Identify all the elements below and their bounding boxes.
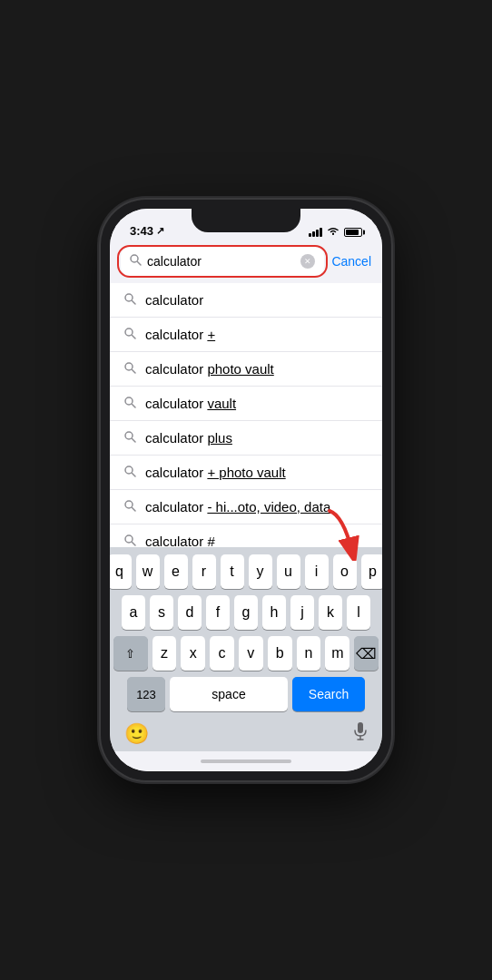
svg-line-18 bbox=[133, 542, 136, 545]
svg-line-2 bbox=[138, 262, 142, 266]
search-suggestion-icon bbox=[124, 431, 136, 446]
key-f[interactable]: f bbox=[206, 595, 230, 630]
svg-point-11 bbox=[125, 432, 133, 439]
key-x[interactable]: x bbox=[181, 636, 205, 671]
search-suggestion-icon bbox=[124, 293, 136, 308]
search-suggestion-icon bbox=[124, 397, 136, 411]
key-r[interactable]: r bbox=[192, 554, 216, 589]
key-s[interactable]: s bbox=[150, 595, 173, 630]
key-z[interactable]: z bbox=[153, 636, 177, 671]
home-indicator bbox=[110, 751, 382, 771]
svg-point-0 bbox=[332, 233, 334, 235]
keyboard-bottom-row: 🙂 bbox=[113, 718, 379, 748]
search-suggestion-icon bbox=[124, 362, 136, 377]
home-bar bbox=[201, 760, 291, 763]
key-k[interactable]: k bbox=[319, 595, 342, 630]
key-backspace[interactable]: ⌫ bbox=[354, 636, 379, 671]
signal-icon bbox=[309, 228, 322, 237]
list-item[interactable]: calculator - hi...oto, video, data bbox=[110, 490, 382, 524]
key-b[interactable]: b bbox=[268, 636, 292, 671]
key-u[interactable]: u bbox=[277, 554, 300, 589]
search-suggestion-icon bbox=[124, 466, 136, 480]
list-item[interactable]: calculator plus bbox=[110, 421, 382, 456]
key-l[interactable]: l bbox=[347, 595, 370, 630]
phone-device: 3:43 ↗ bbox=[101, 200, 391, 780]
key-t[interactable]: t bbox=[221, 554, 244, 589]
search-query-text: calculator bbox=[147, 254, 295, 269]
search-button[interactable]: Search bbox=[292, 677, 365, 711]
svg-point-17 bbox=[125, 535, 133, 543]
key-y[interactable]: y bbox=[249, 554, 272, 589]
search-glass-icon bbox=[130, 254, 142, 269]
key-a[interactable]: a bbox=[122, 595, 145, 630]
list-item[interactable]: calculator # bbox=[110, 524, 382, 547]
microphone-key[interactable] bbox=[353, 721, 368, 746]
battery-icon bbox=[344, 228, 362, 237]
list-item[interactable]: calculator bbox=[110, 283, 382, 318]
search-suggestion-icon bbox=[124, 500, 136, 514]
key-g[interactable]: g bbox=[234, 595, 258, 630]
svg-line-14 bbox=[133, 473, 136, 476]
list-item[interactable]: calculator photo vault bbox=[110, 352, 382, 387]
svg-line-6 bbox=[133, 335, 136, 338]
suggestion-text: calculator # bbox=[145, 534, 215, 547]
svg-rect-20 bbox=[358, 722, 363, 733]
location-icon: ↗ bbox=[156, 225, 164, 237]
key-d[interactable]: d bbox=[178, 595, 202, 630]
svg-line-4 bbox=[133, 300, 136, 304]
svg-point-15 bbox=[125, 501, 133, 508]
svg-point-1 bbox=[131, 255, 138, 262]
suggestion-text: calculator plus bbox=[145, 430, 232, 446]
key-space[interactable]: space bbox=[170, 677, 288, 711]
notch bbox=[192, 209, 300, 232]
svg-point-9 bbox=[125, 397, 133, 405]
list-item[interactable]: calculator + photo vault bbox=[110, 456, 382, 490]
keyboard-row-3: ⇧ z x c v b n m ⌫ bbox=[113, 636, 379, 671]
keyboard-row-4: 123 space Search bbox=[113, 677, 379, 711]
key-n[interactable]: n bbox=[297, 636, 321, 671]
status-icons bbox=[309, 227, 362, 238]
suggestion-text: calculator vault bbox=[145, 396, 236, 411]
svg-point-5 bbox=[125, 328, 133, 336]
keyboard-row-1: q w e r t y u i o p bbox=[113, 554, 379, 589]
keyboard-row-2: a s d f g h j k l bbox=[113, 595, 379, 630]
svg-point-13 bbox=[125, 466, 133, 474]
key-h[interactable]: h bbox=[262, 595, 286, 630]
list-item[interactable]: calculator vault bbox=[110, 387, 382, 421]
wifi-icon bbox=[327, 227, 339, 238]
emoji-key[interactable]: 🙂 bbox=[124, 722, 149, 746]
key-q[interactable]: q bbox=[110, 554, 132, 589]
keyboard: q w e r t y u i o p a s d f g h j k bbox=[110, 547, 382, 751]
list-item[interactable]: calculator + bbox=[110, 318, 382, 352]
svg-line-12 bbox=[133, 438, 136, 442]
key-numbers[interactable]: 123 bbox=[127, 677, 165, 711]
svg-line-10 bbox=[133, 404, 136, 407]
suggestion-text: calculator - hi...oto, video, data bbox=[145, 499, 330, 514]
suggestion-text: calculator bbox=[145, 292, 203, 308]
suggestions-list: calculator calculator + calculator photo… bbox=[110, 283, 382, 547]
cancel-button[interactable]: Cancel bbox=[331, 254, 371, 269]
search-input-wrapper[interactable]: calculator ✕ bbox=[121, 247, 324, 276]
key-shift[interactable]: ⇧ bbox=[113, 636, 148, 671]
suggestion-text: calculator photo vault bbox=[145, 361, 274, 377]
key-j[interactable]: j bbox=[290, 595, 314, 630]
key-m[interactable]: m bbox=[325, 636, 349, 671]
key-i[interactable]: i bbox=[305, 554, 329, 589]
phone-screen: 3:43 ↗ bbox=[110, 209, 382, 771]
suggestion-text: calculator + photo vault bbox=[145, 465, 286, 480]
key-e[interactable]: e bbox=[164, 554, 188, 589]
svg-point-3 bbox=[125, 294, 133, 301]
key-v[interactable]: v bbox=[239, 636, 263, 671]
key-c[interactable]: c bbox=[210, 636, 234, 671]
status-time: 3:43 ↗ bbox=[130, 224, 164, 238]
svg-line-16 bbox=[133, 507, 136, 511]
key-w[interactable]: w bbox=[136, 554, 160, 589]
key-p[interactable]: p bbox=[361, 554, 383, 589]
key-o[interactable]: o bbox=[333, 554, 357, 589]
svg-line-8 bbox=[133, 369, 136, 373]
svg-point-7 bbox=[125, 363, 133, 370]
time-display: 3:43 bbox=[130, 224, 153, 238]
search-bar-area: calculator ✕ Cancel bbox=[110, 241, 382, 283]
search-clear-button[interactable]: ✕ bbox=[300, 254, 315, 269]
suggestion-text: calculator + bbox=[145, 327, 215, 342]
